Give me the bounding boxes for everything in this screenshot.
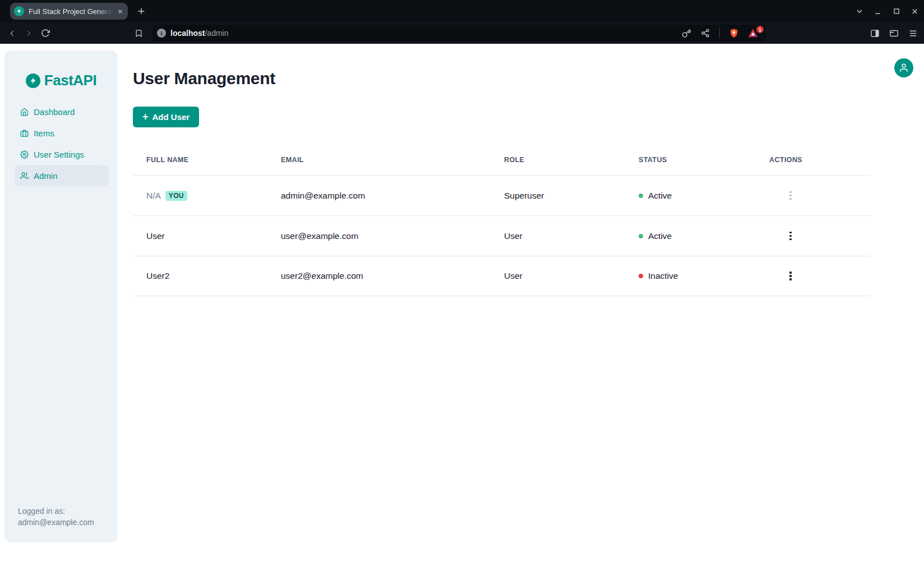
cell-actions [756,228,871,244]
maximize-button[interactable] [887,0,905,22]
cell-email: user@example.com [267,231,491,241]
sidebar-nav: Dashboard Items User Settings [4,101,118,186]
bookmarks-icon[interactable] [135,22,143,44]
site-info-icon[interactable]: i [157,29,166,38]
admin-page: FastAPI Dashboard Items [0,44,924,575]
sidebar-item-label: Admin [34,171,58,181]
cell-status: Active [625,231,756,241]
row-actions-kebab-button[interactable] [786,188,795,204]
sidebar-item-dashboard[interactable]: Dashboard [4,101,118,122]
table-row: N/A YOU admin@example.com Superuser Acti… [133,175,871,215]
sidebar-item-items[interactable]: Items [4,122,118,144]
status-dot [639,194,643,198]
sidebar-item-user-settings[interactable]: User Settings [4,144,118,165]
fastapi-favicon-bolt-icon [14,6,24,16]
full-name-text: User2 [146,271,169,281]
status-text: Inactive [648,271,678,281]
add-user-button[interactable]: + Add User [133,107,199,127]
sidebar-footer: Logged in as: admin@example.com [4,505,118,542]
status-dot [639,274,643,278]
logo-text: FastAPI [44,72,96,89]
browser-tab[interactable]: Full Stack Project Genera [10,3,128,20]
user-avatar-icon [899,63,909,73]
logged-in-as-label: Logged in as: [18,505,107,517]
tab-bar: Full Stack Project Genera [0,0,924,22]
col-header-full-name: FULL NAME [133,156,267,164]
sidebar-item-admin[interactable]: Admin [15,165,109,186]
sidebar-item-label: Items [34,128,54,138]
gear-icon [20,150,29,159]
browser-toolbar: i localhost/admin [0,22,924,44]
row-actions-kebab-button[interactable] [786,268,795,284]
share-icon[interactable] [698,29,713,38]
full-name-text: N/A [146,191,161,201]
tab-close-icon[interactable] [117,8,123,15]
status-text: Active [648,231,672,241]
table-body: N/A YOU admin@example.com Superuser Acti… [133,175,871,296]
fastapi-logo: FastAPI [26,72,96,89]
rewards-notification-badge: 1 [756,26,764,33]
reload-icon[interactable] [37,25,54,42]
browser-window: Full Stack Project Genera [0,0,924,575]
cell-full-name: User [133,231,267,241]
briefcase-icon [20,129,29,137]
full-name-text: User [146,231,165,241]
you-badge: YOU [165,191,187,201]
col-header-status: STATUS [625,156,756,164]
url-host: localhost [170,29,205,38]
minimize-button[interactable] [868,0,887,22]
col-header-email: EMAIL [267,156,491,164]
table-header-row: FULL NAME EMAIL ROLE STATUS ACTIONS [133,145,871,175]
cell-role: User [491,271,625,281]
cell-actions [756,188,871,204]
new-tab-icon[interactable] [137,7,146,16]
table-row: User2 user2@example.com User Inactive [133,256,871,296]
logged-in-email: admin@example.com [18,517,107,528]
page-title: User Management [133,69,275,88]
tab-title: Full Stack Project Genera [29,7,113,16]
cell-role: Superuser [491,191,625,201]
users-icon [20,172,29,180]
cell-email: user2@example.com [267,271,491,281]
col-header-role: ROLE [491,156,625,164]
sidebar: FastAPI Dashboard Items [4,50,118,542]
user-menu-avatar-button[interactable] [894,58,913,77]
cell-actions [756,268,871,284]
back-icon[interactable] [3,25,20,42]
fastapi-bolt-icon [26,73,40,88]
close-window-button[interactable] [905,0,924,22]
home-icon [20,108,29,116]
brave-shield-icon[interactable] [727,28,741,38]
tab-search-chevron-icon[interactable] [850,0,868,22]
password-key-icon[interactable] [679,29,694,38]
address-bar[interactable]: i localhost/admin [153,25,766,42]
toolbar-divider [719,28,720,38]
cell-status: Inactive [625,271,756,281]
sidebar-item-label: Dashboard [34,107,75,117]
url-path: /admin [205,29,228,38]
add-user-label: Add User [153,112,190,122]
window-controls [850,0,924,22]
toolbar-right-icons [867,22,921,44]
wallet-icon[interactable] [886,25,902,41]
cell-email: admin@example.com [267,191,491,201]
cell-status: Active [625,191,756,201]
table-row: User user@example.com User Active [133,215,871,256]
cell-full-name: User2 [133,271,267,281]
cell-role: User [491,231,625,241]
sidebar-toggle-icon[interactable] [867,25,883,41]
users-table: FULL NAME EMAIL ROLE STATUS ACTIONS N/A … [133,145,871,296]
plus-icon: + [142,112,149,122]
sidebar-item-label: User Settings [34,150,84,159]
row-actions-kebab-button[interactable] [786,228,795,244]
status-dot [639,234,643,238]
status-text: Active [648,191,672,201]
forward-icon[interactable] [20,25,37,42]
col-header-actions: ACTIONS [756,156,871,164]
cell-full-name: N/A YOU [133,191,267,201]
menu-hamburger-icon[interactable] [905,25,921,41]
brave-rewards-icon[interactable]: 1 [746,29,760,38]
